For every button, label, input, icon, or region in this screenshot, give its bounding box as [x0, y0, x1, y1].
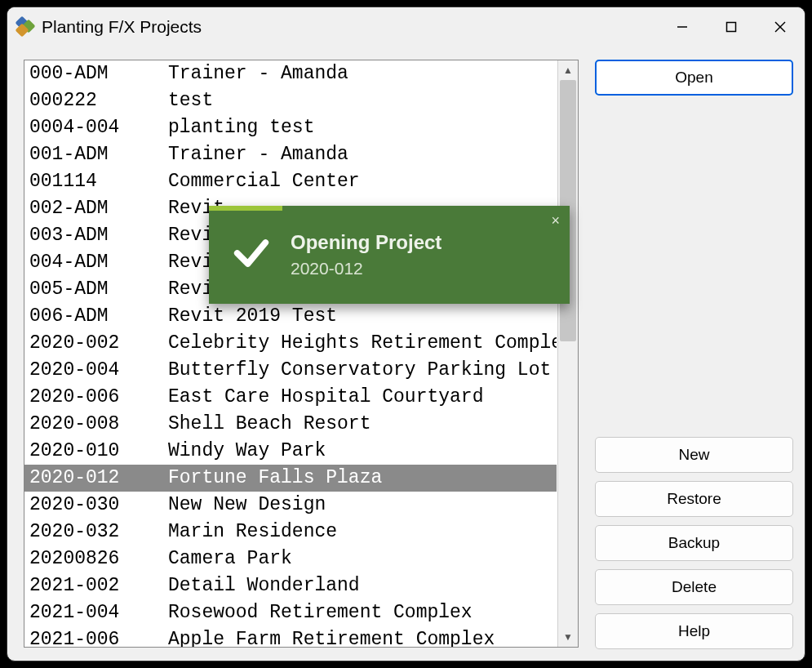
project-row[interactable]: 2020-004Butterfly Conservatory Parking L…	[24, 357, 557, 384]
project-list[interactable]: 000-ADMTrainer - Amanda000222test0004-00…	[24, 60, 557, 648]
project-row[interactable]: 2021-002Detail Wonderland	[24, 572, 557, 599]
project-row[interactable]: 2021-006Apple Farm Retirement Complex	[24, 626, 557, 648]
project-number: 2020-030	[29, 492, 168, 519]
toast-title: Opening Project	[291, 231, 441, 254]
project-name: New New Design	[168, 492, 557, 519]
delete-button[interactable]: Delete	[595, 569, 793, 605]
check-icon	[230, 232, 273, 278]
project-name: Shell Beach Resort	[168, 411, 557, 438]
project-number: 000222	[29, 87, 168, 114]
project-number: 2020-008	[29, 411, 168, 438]
project-row[interactable]: 20200826Camera Park	[24, 546, 557, 572]
titlebar: Planting F/X Projects	[7, 7, 805, 47]
project-number: 2021-002	[29, 572, 168, 599]
project-row[interactable]: 000-ADMTrainer - Amanda	[24, 60, 557, 87]
project-row[interactable]: 2020-006East Care Hospital Courtyard	[24, 384, 557, 411]
project-row[interactable]: 001114Commercial Center	[24, 168, 557, 195]
project-number: 001114	[29, 168, 168, 195]
project-number: 002-ADM	[29, 195, 168, 222]
project-row[interactable]: 001-ADMTrainer - Amanda	[24, 141, 557, 168]
project-number: 2020-010	[29, 438, 168, 465]
toast-progress-bar	[209, 206, 282, 211]
scroll-down-arrow-icon[interactable]: ▼	[558, 627, 578, 647]
project-name: Trainer - Amanda	[168, 141, 557, 168]
project-number: 003-ADM	[29, 222, 168, 249]
project-name: Windy Way Park	[168, 438, 557, 465]
project-name: Fortune Falls Plaza	[168, 465, 557, 492]
project-row[interactable]: 2020-002Celebrity Heights Retirement Com…	[24, 330, 557, 357]
project-name: Commercial Center	[168, 168, 557, 195]
project-row[interactable]: 2020-008Shell Beach Resort	[24, 411, 557, 438]
project-number: 2020-006	[29, 384, 168, 411]
project-number: 2021-006	[29, 626, 168, 648]
project-row[interactable]: 2021-004Rosewood Retirement Complex	[24, 599, 557, 626]
project-number: 2020-012	[29, 465, 168, 492]
help-button[interactable]: Help	[595, 613, 793, 649]
backup-button[interactable]: Backup	[595, 525, 793, 561]
project-row[interactable]: 006-ADMRevit 2019 Test	[24, 303, 557, 330]
project-name: Apple Farm Retirement Complex	[168, 626, 557, 648]
project-row[interactable]: 000222test	[24, 87, 557, 114]
project-number: 2021-004	[29, 599, 168, 626]
new-button[interactable]: New	[595, 437, 793, 473]
project-number: 001-ADM	[29, 141, 168, 168]
project-row[interactable]: 2020-010Windy Way Park	[24, 438, 557, 465]
project-number: 2020-002	[29, 330, 168, 357]
app-window: Planting F/X Projects 000-ADMTrainer - A…	[7, 7, 805, 661]
toast-close-button[interactable]: ×	[551, 212, 560, 229]
scrollbar-track[interactable]	[558, 80, 578, 627]
project-name: Revit 2019 Test	[168, 303, 557, 330]
project-number: 000-ADM	[29, 60, 168, 87]
scroll-up-arrow-icon[interactable]: ▲	[558, 60, 578, 80]
project-row[interactable]: 2020-012Fortune Falls Plaza	[24, 465, 557, 492]
opening-project-toast: Opening Project 2020-012 ×	[209, 206, 570, 304]
close-button[interactable]	[756, 7, 805, 47]
project-row[interactable]: 2020-032Marin Residence	[24, 519, 557, 546]
side-panel: Open New Restore Backup Delete Help	[595, 60, 793, 649]
client-area: 000-ADMTrainer - Amanda000222test0004-00…	[7, 47, 805, 661]
project-name: Marin Residence	[168, 519, 557, 546]
project-name: Rosewood Retirement Complex	[168, 599, 557, 626]
project-name: test	[168, 87, 557, 114]
project-name: Trainer - Amanda	[168, 60, 557, 87]
window-title: Planting F/X Projects	[42, 17, 202, 37]
close-icon	[774, 20, 787, 33]
project-number: 006-ADM	[29, 303, 168, 330]
project-name: planting test	[168, 114, 557, 141]
window-controls	[658, 7, 805, 47]
project-row[interactable]: 0004-004planting test	[24, 114, 557, 141]
project-name: Celebrity Heights Retirement Complex	[168, 330, 557, 357]
project-number: 20200826	[29, 546, 168, 572]
maximize-icon	[725, 21, 737, 33]
project-number: 005-ADM	[29, 276, 168, 303]
open-button[interactable]: Open	[595, 60, 793, 96]
app-icon	[16, 18, 33, 36]
svg-rect-1	[727, 23, 736, 32]
minimize-icon	[677, 21, 688, 33]
minimize-button[interactable]	[658, 7, 707, 47]
project-number: 0004-004	[29, 114, 168, 141]
project-name: Butterfly Conservatory Parking Lot	[168, 357, 557, 384]
project-name: Detail Wonderland	[168, 572, 557, 599]
project-list-container: 000-ADMTrainer - Amanda000222test0004-00…	[24, 60, 579, 648]
maximize-button[interactable]	[707, 7, 756, 47]
project-number: 2020-032	[29, 519, 168, 546]
project-name: Camera Park	[168, 546, 557, 572]
project-row[interactable]: 2020-030New New Design	[24, 492, 557, 519]
project-number: 2020-004	[29, 357, 168, 384]
project-number: 004-ADM	[29, 249, 168, 276]
toast-subtitle: 2020-012	[291, 259, 441, 278]
scrollbar[interactable]: ▲ ▼	[557, 60, 578, 647]
project-name: East Care Hospital Courtyard	[168, 384, 557, 411]
restore-button[interactable]: Restore	[595, 481, 793, 517]
